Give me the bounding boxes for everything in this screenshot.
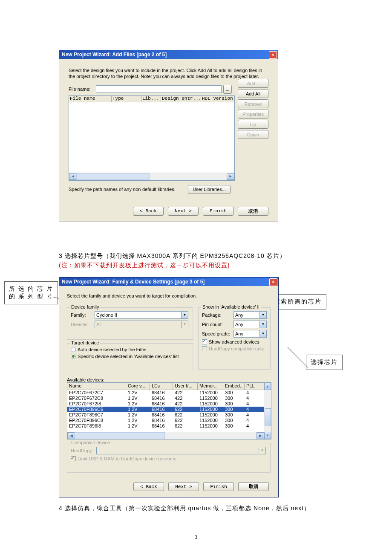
show-advanced-label: Show advanced devices bbox=[209, 339, 259, 344]
file-button-column: Add... Add All Remove Properties Up Down bbox=[238, 79, 268, 139]
next-button[interactable]: Next > bbox=[168, 482, 199, 491]
scroll-left-icon[interactable]: ◀ bbox=[69, 173, 77, 180]
companion-legend: Companion device bbox=[70, 440, 111, 445]
col-type[interactable]: Type bbox=[112, 96, 141, 102]
filename-label: File name: bbox=[69, 87, 96, 92]
dialog-description: Select the design files you want to incl… bbox=[69, 67, 268, 80]
file-table[interactable]: File name Type Lib... Design entr... HDL… bbox=[69, 95, 235, 181]
col-pll[interactable]: PLL bbox=[245, 383, 262, 390]
wizard-buttons: < Back Next > Finish 取消 bbox=[59, 202, 278, 222]
col-mem[interactable]: Memor... bbox=[198, 383, 223, 390]
remove-button[interactable]: Remove bbox=[238, 99, 268, 108]
v-scrollbar[interactable]: ▲ ▼ bbox=[264, 383, 271, 439]
h-scrollbar[interactable]: ◀ ▶ bbox=[67, 432, 264, 439]
step3-text: 3 选择芯片型号（我们选择 MAX3000A 系列下的 EPM3256AQC20… bbox=[59, 251, 286, 260]
chevron-down-icon: ▼ bbox=[259, 330, 266, 337]
scroll-right-icon[interactable]: ▶ bbox=[257, 432, 264, 439]
show-advanced-checkbox[interactable] bbox=[202, 339, 207, 344]
devices-value: All bbox=[96, 322, 101, 327]
chevron-down-icon: ▼ bbox=[259, 312, 266, 318]
device-family-legend: Device family bbox=[70, 304, 100, 309]
step4-text: 4 选择仿真，综合工具（第一次实验全部利用 quartus 做，三项都选 Non… bbox=[59, 504, 310, 513]
table-row[interactable]: EP2C70F896C71.2V6841662211520003004 bbox=[67, 412, 271, 418]
h-scrollbar[interactable]: ◀ ▶ bbox=[69, 173, 234, 180]
finish-button[interactable]: Finish bbox=[203, 482, 234, 491]
col-emb[interactable]: Embed... bbox=[223, 383, 245, 390]
radio-auto[interactable] bbox=[71, 347, 76, 352]
callout-family-line1: 所 选 的 芯 片 bbox=[9, 285, 53, 293]
device-family-group: Device family Family: Cyclone II ▼ Devic… bbox=[67, 307, 193, 340]
back-button[interactable]: < Back bbox=[133, 207, 164, 216]
browse-button[interactable]: ... bbox=[223, 85, 232, 94]
scroll-right-icon[interactable]: ▶ bbox=[227, 173, 234, 180]
down-button[interactable]: Down bbox=[238, 130, 268, 139]
col-filename[interactable]: File name bbox=[69, 96, 112, 102]
table-row[interactable]: EP2C70F896C61.2V6841662211520003004 bbox=[67, 407, 271, 412]
add-files-dialog: New Project Wizard: Add Files [page 2 of… bbox=[59, 50, 278, 222]
companion-group: Companion device HardCopy: ▼ Limit DSP &… bbox=[67, 443, 271, 473]
chevron-down-icon: ▼ bbox=[181, 321, 188, 328]
note-text: (注：如果不下载到开发板上进行测试，这一步可以不用设置) bbox=[59, 261, 230, 270]
col-entry[interactable]: Design entr... bbox=[161, 96, 201, 102]
col-les[interactable]: LEs bbox=[150, 383, 173, 390]
family-dropdown[interactable]: Cyclone II ▼ bbox=[95, 311, 188, 319]
family-value: Cyclone II bbox=[96, 312, 117, 318]
properties-button[interactable]: Properties bbox=[238, 110, 268, 119]
family-label: Family: bbox=[71, 312, 95, 318]
package-dropdown[interactable]: Any ▼ bbox=[233, 311, 267, 319]
hardcopy-only-label: HardCopy compatible only bbox=[209, 346, 264, 351]
col-name[interactable]: Name bbox=[67, 383, 126, 390]
package-value: Any bbox=[235, 312, 243, 318]
col-hdl[interactable]: HDL version bbox=[201, 96, 233, 102]
devices-label: Devices: bbox=[71, 322, 95, 327]
table-row[interactable]: EP2C70F672I81.2V6841642211520003004 bbox=[67, 401, 271, 407]
add-button[interactable]: Add... bbox=[238, 79, 268, 88]
scroll-left-icon[interactable]: ◀ bbox=[67, 432, 75, 439]
hardcopy-only-checkbox bbox=[202, 346, 207, 351]
titlebar[interactable]: New Project Wizard: Add Files [page 2 of… bbox=[59, 50, 278, 59]
chevron-down-icon: ▼ bbox=[181, 312, 188, 318]
close-icon[interactable]: × bbox=[269, 51, 277, 59]
scroll-thumb[interactable] bbox=[265, 408, 271, 426]
dialog-title: New Project Wizard: Add Files [page 2 of… bbox=[62, 52, 167, 58]
speed-value: Any bbox=[235, 331, 243, 336]
show-in-legend: Show in 'Available device' li bbox=[201, 304, 261, 309]
table-row[interactable]: EP2C70F896I81.2V6841662211520003004 bbox=[67, 423, 271, 429]
device-table[interactable]: Name Core v... LEs User I/... Memor... E… bbox=[67, 382, 271, 439]
next-button[interactable]: Next > bbox=[168, 207, 199, 216]
file-table-header: File name Type Lib... Design entr... HDL… bbox=[69, 96, 234, 102]
specify-label: Specify the path names of any non-defaul… bbox=[69, 187, 188, 192]
col-lib[interactable]: Lib... bbox=[141, 96, 161, 102]
pincount-dropdown[interactable]: Any ▼ bbox=[233, 321, 267, 328]
table-row[interactable]: EP2C70F672C81.2V6841642211520003004 bbox=[67, 396, 271, 401]
table-row[interactable]: EP2C70F672C71.2V6841642211520003004 bbox=[67, 390, 271, 396]
col-user[interactable]: User I/... bbox=[173, 383, 198, 390]
callout-selectchip: 选择芯片 bbox=[306, 355, 343, 370]
filename-input[interactable] bbox=[96, 85, 222, 93]
speed-dropdown[interactable]: Any ▼ bbox=[233, 330, 267, 338]
finish-button[interactable]: Finish bbox=[203, 207, 233, 216]
add-all-button[interactable]: Add All bbox=[238, 89, 268, 98]
table-row[interactable]: EP2C70F896C81.2V6841662211520003004 bbox=[67, 418, 271, 423]
radio-specific[interactable] bbox=[71, 354, 76, 359]
devices-dropdown: All ▼ bbox=[95, 321, 188, 328]
scroll-up-icon[interactable]: ▲ bbox=[264, 383, 271, 390]
wizard-buttons: < Back Next > Finish 取消 bbox=[59, 478, 278, 497]
up-button[interactable]: Up bbox=[238, 120, 268, 129]
callout-family: 所 选 的 芯 片 的 系 列 型 号 bbox=[4, 281, 58, 304]
back-button[interactable]: < Back bbox=[133, 482, 164, 491]
pincount-label: Pin count: bbox=[202, 322, 233, 327]
cancel-button[interactable]: 取消 bbox=[238, 482, 269, 491]
limit-label: Limit DSP & RAM to HardCopy device resou… bbox=[78, 456, 176, 461]
target-device-group: Target device Auto device selected by th… bbox=[67, 343, 193, 371]
user-libraries-button[interactable]: User Libraries... bbox=[188, 185, 231, 194]
dialog-description: Select the family and device you want to… bbox=[67, 293, 271, 299]
titlebar[interactable]: New Project Wizard: Family & Device Sett… bbox=[59, 278, 278, 286]
target-legend: Target device bbox=[70, 340, 100, 345]
close-icon[interactable]: × bbox=[269, 278, 277, 286]
dialog-title: New Project Wizard: Family & Device Sett… bbox=[62, 279, 205, 285]
hardcopy-dropdown: ▼ bbox=[96, 447, 266, 454]
cancel-button[interactable]: 取消 bbox=[238, 207, 268, 216]
col-core[interactable]: Core v... bbox=[126, 383, 150, 390]
scroll-down-icon[interactable]: ▼ bbox=[264, 432, 271, 439]
